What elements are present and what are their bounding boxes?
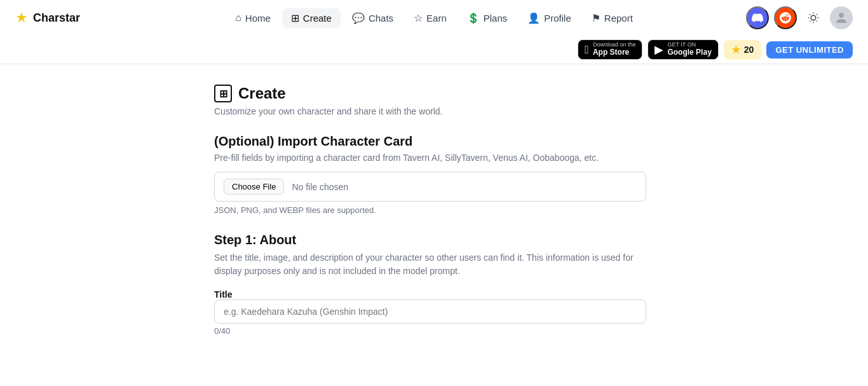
svg-line-8 [817,14,817,15]
logo[interactable]: ★ Charstar [15,10,80,26]
reddit-button[interactable] [774,6,797,29]
get-unlimited-button[interactable]: GET UNLIMITED [766,41,853,59]
nav-item-home[interactable]: ⌂ Home [226,8,280,27]
earn-icon: ☆ [414,12,423,24]
nav-label-home: Home [245,13,271,24]
report-icon: ⚑ [592,12,600,24]
theme-toggle-button[interactable] [802,6,825,29]
main-content: ⊞ Create Customize your own character an… [199,64,669,356]
page-title: Create [238,85,286,102]
points-star-icon: ★ [731,44,740,56]
file-hint: JSON, PNG, and WEBP files are supported. [214,205,654,215]
points-button[interactable]: ★ 20 [724,40,762,60]
no-file-label: No file chosen [292,182,348,192]
create-icon: ⊞ [291,12,299,24]
svg-line-3 [810,14,810,15]
nav-item-profile[interactable]: 👤 Profile [519,8,580,28]
logo-text: Charstar [33,11,80,25]
import-subtitle: Pre-fill fields by importing a character… [214,153,654,163]
step1-section: Step 1: About Set the title, image, and … [214,233,654,336]
nav-item-report[interactable]: ⚑ Report [583,8,642,28]
plans-icon: 💲 [467,12,480,24]
google-play-icon: ▶ [654,43,663,57]
import-title: (Optional) Import Character Card [214,134,654,149]
nav-item-earn[interactable]: ☆ Earn [405,8,456,28]
chats-icon: 💬 [352,12,365,24]
google-play-badge-text: GET IT ON Google Play [667,42,711,57]
page-subtitle: Customize your own character and share i… [214,106,654,116]
points-value: 20 [744,45,754,55]
page-title-row: ⊞ Create [214,85,654,102]
home-icon: ⌂ [235,12,241,24]
logo-star-icon: ★ [15,10,28,26]
choose-file-button[interactable]: Choose File [224,179,284,195]
header-secondary-row:  Download on the App Store ▶ GET IT ON … [0,36,868,64]
discord-button[interactable] [746,6,769,29]
nav-label-create: Create [303,13,332,24]
header: ★ Charstar ⌂ Home ⊞ Create 💬 Chats ☆ Ear… [0,0,868,64]
nav-label-plans: Plans [484,13,508,24]
apple-icon:  [585,43,589,57]
step1-title: Step 1: About [214,233,654,247]
profile-icon: 👤 [527,12,540,24]
step1-subtitle: Set the title, image, and description of… [214,251,654,278]
app-store-badge-text: Download on the App Store [593,42,636,57]
svg-point-0 [811,15,816,20]
app-store-badge[interactable]:  Download on the App Store [578,39,642,60]
title-input[interactable] [214,300,646,324]
nav-label-earn: Earn [426,13,447,24]
user-avatar[interactable] [830,6,853,29]
header-main-row: ★ Charstar ⌂ Home ⊞ Create 💬 Chats ☆ Ear… [0,0,868,36]
import-section: (Optional) Import Character Card Pre-fil… [214,134,654,215]
title-field-group: Title 0/40 [214,289,654,336]
title-char-count: 0/40 [214,326,654,336]
title-field-label: Title [214,289,233,300]
header-icons [746,6,853,29]
create-page-icon: ⊞ [214,85,232,102]
nav-label-chats: Chats [369,13,393,24]
nav-label-profile: Profile [544,13,571,24]
google-play-badge[interactable]: ▶ GET IT ON Google Play [648,39,718,60]
nav-label-report: Report [604,13,633,24]
main-nav: ⌂ Home ⊞ Create 💬 Chats ☆ Earn 💲 Plans 👤 [226,8,642,28]
svg-line-4 [817,21,817,22]
svg-line-7 [810,21,810,22]
nav-item-plans[interactable]: 💲 Plans [458,8,517,28]
file-input-area[interactable]: Choose File No file chosen [214,172,646,202]
nav-item-create[interactable]: ⊞ Create [282,8,341,28]
nav-item-chats[interactable]: 💬 Chats [343,8,402,28]
